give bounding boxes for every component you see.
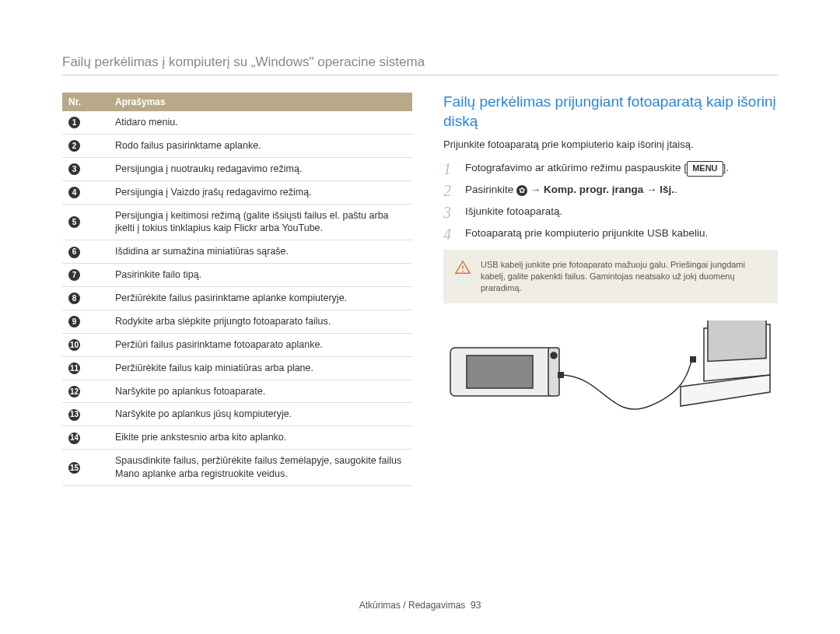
row-desc: Persijungia į nuotraukų redagavimo režim… [109,157,412,180]
step-arrow: → [527,184,544,195]
row-desc: Rodo failus pasirinktame aplanke. [109,134,412,157]
step-4: 4 Fotoaparatą prie kompiuterio prijunkit… [443,226,778,242]
page-title: Failų perkėlimas į kompiuterį su „Window… [62,54,778,75]
instructions-column: Failų perkėlimas prijungiant fotoaparatą… [443,93,778,486]
step-text: Išjunkite fotoaparatą. [465,205,562,220]
option-label: Komp. progr. įranga [544,184,643,195]
svg-rect-6 [690,356,696,363]
menu-button-label: MENU [687,161,723,176]
row-desc: Atidaro meniu. [109,111,412,134]
svg-rect-2 [467,356,533,388]
step-number: 3 [443,205,457,220]
row-number-badge: 10 [68,339,80,351]
step-text: . [674,184,677,195]
table-row: 15Spausdinkite failus, peržiūrėkite fail… [62,450,412,486]
row-number-badge: 8 [68,292,80,304]
footer-section: Atkūrimas / Redagavimas [359,600,466,611]
step-3: 3 Išjunkite fotoaparatą. [443,205,778,220]
table-row: 11Peržiūrėkite failus kaip miniatiūras a… [62,356,412,380]
row-desc: Persijungia į keitimosi režimą (galite i… [109,204,412,240]
table-row: 1Atidaro meniu. [62,111,412,134]
row-number-badge: 9 [68,316,80,328]
gear-icon: ✿ [516,185,527,196]
option-label: Išj. [660,184,674,195]
row-number-badge: 11 [68,363,80,374]
row-number-badge: 5 [68,216,80,228]
col-header-nr: Nr. [62,93,109,111]
row-number-badge: 13 [68,409,80,421]
table-row: 2Rodo failus pasirinktame aplanke. [62,134,412,157]
row-number-badge: 14 [68,433,80,444]
steps-list: 1 Fotografavimo ar atkūrimo režimu paspa… [443,161,778,242]
svg-rect-7 [708,321,766,361]
svg-rect-5 [558,372,564,378]
row-desc: Peržiūri failus pasirinktame fotoaparato… [109,333,412,356]
description-table-column: Nr. Aprašymas 1Atidaro meniu.2Rodo failu… [62,93,412,486]
step-arrow: → [643,184,660,195]
row-desc: Peržiūrėkite failus kaip miniatiūras arb… [109,356,412,380]
row-desc: Pasirinkite failo tipą. [109,264,412,287]
col-header-desc: Aprašymas [109,93,412,111]
table-row: 9Rodykite arba slėpkite prijungto fotoap… [62,310,412,333]
table-row: 8Peržiūrėkite failus pasirinktame aplank… [62,287,412,310]
row-number-badge: 15 [68,462,80,474]
row-number-badge: 1 [68,117,80,128]
intro-text: Prijunkite fotoaparatą prie kompiuterio … [443,138,778,150]
row-desc: Spausdinkite failus, peržiūrėkite failus… [109,450,412,486]
warning-icon [454,259,471,278]
step-text: ]. [723,163,730,174]
table-row: 4Persijungia į Vaizdo įrašų redagavimo r… [62,180,412,204]
step-2: 2 Pasirinkite ✿ → Komp. progr. įranga → … [443,183,778,198]
description-table: Nr. Aprašymas 1Atidaro meniu.2Rodo failu… [62,93,412,486]
table-row: 7Pasirinkite failo tipą. [62,264,412,287]
row-desc: Rodykite arba slėpkite prijungto fotoapa… [109,310,412,333]
camera-laptop-illustration [443,321,778,433]
row-desc: Peržiūrėkite failus pasirinktame aplanke… [109,287,412,310]
table-row: 6Išdidina ar sumažina miniatiūras sąraše… [62,240,412,264]
step-text: Fotoaparatą prie kompiuterio prijunkite … [465,226,708,242]
row-number-badge: 4 [68,187,80,198]
page-footer: Atkūrimas / Redagavimas 93 [0,600,840,611]
row-number-badge: 3 [68,163,80,175]
table-row: 14Eikite prie ankstesnio arba kito aplan… [62,426,412,450]
row-desc: Išdidina ar sumažina miniatiūras sąraše. [109,240,412,264]
page-number: 93 [471,600,481,611]
row-number-badge: 12 [68,386,80,398]
table-row: 3Persijungia į nuotraukų redagavimo reži… [62,157,412,180]
row-desc: Eikite prie ankstesnio arba kito aplanko… [109,426,412,450]
svg-point-1 [462,271,464,272]
step-number: 1 [443,161,457,177]
row-desc: Persijungia į Vaizdo įrašų redagavimo re… [109,180,412,204]
step-text: Fotografavimo ar atkūrimo režimu paspaus… [465,163,687,174]
step-text: Pasirinkite [465,184,516,195]
step-1: 1 Fotografavimo ar atkūrimo režimu paspa… [443,161,778,177]
step-number: 4 [443,226,457,242]
row-desc: Naršykite po aplankus jūsų kompiuteryje. [109,403,412,426]
row-number-badge: 6 [68,247,80,258]
table-row: 13Naršykite po aplankus jūsų kompiuteryj… [62,403,412,426]
warning-text: USB kabelį junkite prie fotoaparato mažu… [481,259,767,294]
section-title: Failų perkėlimas prijungiant fotoaparatą… [443,93,778,131]
row-desc: Naršykite po aplankus fotoaparate. [109,380,412,403]
row-number-badge: 2 [68,140,80,152]
row-number-badge: 7 [68,269,80,281]
svg-point-4 [551,352,557,359]
table-row: 12Naršykite po aplankus fotoaparate. [62,380,412,403]
warning-box: USB kabelį junkite prie fotoaparato mažu… [443,250,778,303]
step-number: 2 [443,183,457,198]
table-row: 10Peržiūri failus pasirinktame fotoapara… [62,333,412,356]
table-row: 5Persijungia į keitimosi režimą (galite … [62,204,412,240]
